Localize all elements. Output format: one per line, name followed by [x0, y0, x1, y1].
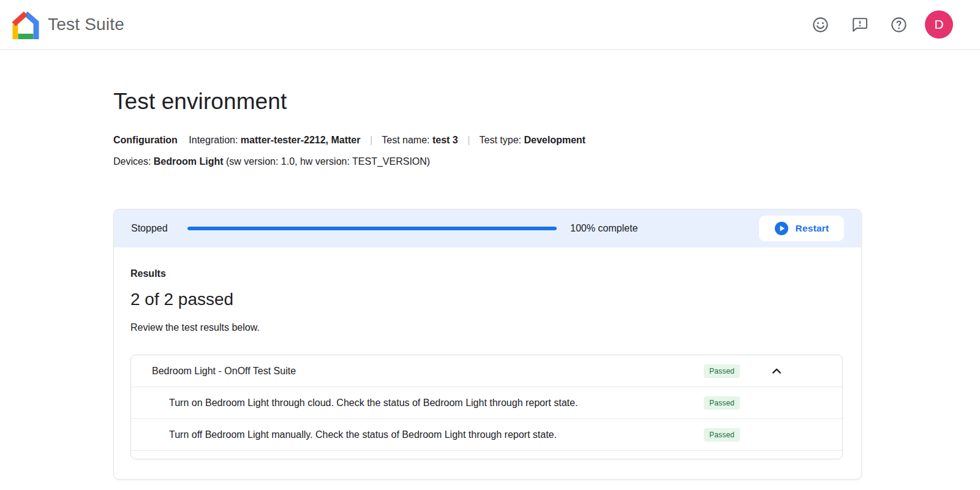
suite-status-cell: Passed: [704, 364, 842, 379]
status-badge: Passed: [704, 428, 740, 442]
collapse-suite-button[interactable]: [769, 364, 784, 379]
results-summary: 2 of 2 passed: [130, 289, 843, 310]
help-button[interactable]: [889, 15, 908, 34]
status-badge: Passed: [704, 396, 740, 410]
test-name-label: Test name:: [382, 135, 429, 145]
configuration-line: Configuration Integration: matter-tester…: [113, 134, 980, 146]
run-status: Stopped: [131, 223, 187, 234]
test-description: Turn off Bedroom Light manually. Check t…: [169, 429, 704, 440]
main-content: Test environment Configuration Integrati…: [0, 88, 980, 480]
suite-row[interactable]: Bedroom Light - OnOff Test Suite Passed: [131, 355, 842, 387]
results-table: Bedroom Light - OnOff Test Suite Passed …: [130, 355, 843, 459]
test-run-card: Stopped 100% complete Restart Results 2 …: [113, 209, 862, 480]
devices-value: Bedroom Light: [154, 156, 224, 167]
status-badge: Passed: [704, 364, 740, 378]
test-type-value: Development: [524, 135, 585, 145]
test-row: Turn on Bedroom Light through cloud. Che…: [131, 387, 842, 419]
separator: |: [370, 135, 372, 145]
devices-line: Devices: Bedroom Light (sw version: 1.0,…: [113, 156, 980, 168]
results-subtitle: Review the test results below.: [130, 322, 843, 333]
suite-name: Bedroom Light - OnOff Test Suite: [152, 366, 704, 377]
test-status-cell: Passed: [704, 396, 842, 410]
table-footer: [131, 451, 842, 459]
play-icon: [774, 221, 789, 236]
help-icon: [890, 16, 908, 34]
test-status-cell: Passed: [704, 428, 842, 442]
devices-detail: (sw version: 1.0, hw version: TEST_VERSI…: [226, 156, 430, 167]
progress-banner: Stopped 100% complete Restart: [114, 209, 861, 247]
test-row: Turn off Bedroom Light manually. Check t…: [131, 419, 842, 451]
google-home-logo-icon: [11, 10, 40, 39]
restart-button-label: Restart: [796, 223, 829, 234]
test-type-label: Test type:: [480, 135, 521, 145]
progress-percent-label: 100% complete: [570, 223, 638, 234]
send-feedback-button[interactable]: [850, 15, 869, 34]
results-section: Results 2 of 2 passed Review the test re…: [114, 247, 861, 479]
page-title: Test environment: [113, 88, 980, 116]
test-description: Turn on Bedroom Light through cloud. Che…: [169, 398, 704, 409]
satisfaction-feedback-button[interactable]: [811, 15, 829, 34]
devices-label: Devices:: [113, 156, 151, 167]
app-header: Test Suite D: [0, 0, 980, 50]
results-title: Results: [130, 268, 843, 279]
smiley-icon: [812, 16, 829, 34]
progress-fill: [187, 227, 557, 230]
integration-label: Integration:: [189, 135, 238, 145]
restart-button[interactable]: Restart: [759, 216, 844, 241]
progress-bar: [187, 227, 557, 230]
chevron-up-icon: [769, 364, 784, 379]
integration-value: matter-tester-2212, Matter: [241, 135, 361, 145]
app-title: Test Suite: [48, 15, 124, 34]
separator: |: [467, 135, 470, 145]
appbar-actions: D: [811, 10, 953, 39]
account-avatar[interactable]: D: [925, 10, 953, 39]
feedback-bubble-icon: [851, 16, 869, 34]
configuration-label: Configuration: [113, 135, 178, 145]
test-name-value: test 3: [432, 135, 458, 145]
